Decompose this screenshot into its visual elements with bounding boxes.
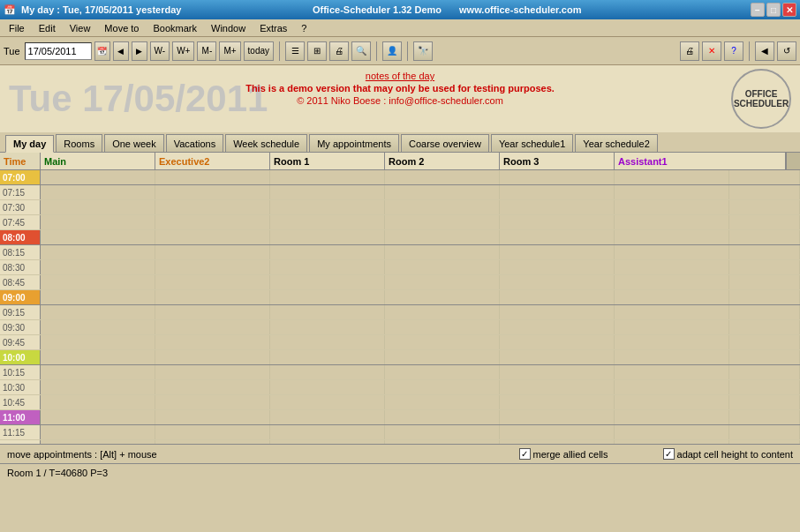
week-plus-button[interactable]: W+ [172,41,194,61]
data-cell[interactable] [615,410,729,424]
data-cell[interactable] [385,380,500,394]
data-cell[interactable] [155,410,270,424]
adapt-checkbox[interactable]: ✓ [663,448,675,460]
data-cell[interactable] [615,440,729,444]
data-cell[interactable] [41,200,155,214]
maximize-button[interactable]: □ [766,3,781,17]
data-cell[interactable] [41,305,155,319]
data-cell[interactable] [41,365,155,379]
data-cell[interactable] [270,215,385,229]
data-cell[interactable] [270,425,385,439]
data-cell-last[interactable] [729,200,800,214]
binoculars-button[interactable]: 🔭 [413,41,433,61]
data-cell[interactable] [41,350,155,364]
data-cell[interactable] [270,380,385,394]
menu-file[interactable]: File [4,22,30,34]
month-plus-button[interactable]: M+ [219,41,240,61]
data-cell[interactable] [155,185,270,199]
data-cell[interactable] [155,380,270,394]
data-cell[interactable] [385,440,500,444]
data-cell[interactable] [41,185,155,199]
data-cell[interactable] [385,365,500,379]
data-cell[interactable] [500,395,615,409]
menu-bookmark[interactable]: Bookmark [148,22,203,34]
data-cell[interactable] [270,260,385,274]
data-cell-last[interactable] [729,275,800,289]
prev-day-button[interactable]: ◀ [113,41,129,61]
list-view-button[interactable]: ☰ [285,41,305,61]
data-cell[interactable] [41,275,155,289]
data-cell[interactable] [41,335,155,349]
data-cell[interactable] [270,230,385,244]
data-cell[interactable] [155,170,270,184]
data-cell-last[interactable] [729,320,800,334]
data-cell[interactable] [155,245,270,259]
tab-vacations[interactable]: Vacations [166,134,224,152]
data-cell-last[interactable] [729,260,800,274]
minimize-button[interactable]: − [751,3,765,17]
data-cell[interactable] [500,410,615,424]
print-icon[interactable]: 🖨 [329,41,349,61]
data-cell[interactable] [385,425,500,439]
data-cell-last[interactable] [729,170,800,184]
data-cell[interactable] [270,200,385,214]
data-cell[interactable] [270,365,385,379]
data-cell[interactable] [41,215,155,229]
data-cell[interactable] [615,320,729,334]
data-cell[interactable] [155,335,270,349]
tab-yearschedule2[interactable]: Year schedule2 [575,134,657,152]
tab-coarseoverview[interactable]: Coarse overview [401,134,489,152]
data-cell[interactable] [270,185,385,199]
data-cell[interactable] [500,275,615,289]
data-cell[interactable] [41,170,155,184]
data-cell[interactable] [615,425,729,439]
data-cell[interactable] [270,350,385,364]
data-cell-last[interactable] [729,290,800,304]
data-cell[interactable] [385,170,500,184]
data-cell-last[interactable] [729,230,800,244]
data-cell[interactable] [41,320,155,334]
data-cell-last[interactable] [729,335,800,349]
data-cell[interactable] [500,230,615,244]
data-cell[interactable] [385,215,500,229]
data-cell-last[interactable] [729,440,800,444]
data-cell[interactable] [615,260,729,274]
data-cell[interactable] [500,425,615,439]
help-button[interactable]: ? [724,41,743,61]
data-cell-last[interactable] [729,185,800,199]
data-cell[interactable] [500,185,615,199]
data-cell[interactable] [500,245,615,259]
data-cell[interactable] [615,335,729,349]
refresh-button[interactable]: ↺ [777,41,796,61]
data-cell[interactable] [41,245,155,259]
data-cell[interactable] [615,245,729,259]
data-cell[interactable] [615,230,729,244]
data-cell[interactable] [385,410,500,424]
data-cell-last[interactable] [729,215,800,229]
data-cell[interactable] [500,260,615,274]
data-cell[interactable] [500,320,615,334]
data-cell[interactable] [155,275,270,289]
data-cell[interactable] [41,395,155,409]
tab-myappointments[interactable]: My appointments [309,134,399,152]
data-cell[interactable] [385,245,500,259]
data-cell[interactable] [615,350,729,364]
data-cell[interactable] [385,200,500,214]
data-cell[interactable] [155,365,270,379]
data-cell[interactable] [385,290,500,304]
data-cell[interactable] [385,395,500,409]
data-cell[interactable] [385,320,500,334]
close-button[interactable]: ✕ [782,3,796,17]
data-cell[interactable] [500,200,615,214]
data-cell[interactable] [385,275,500,289]
data-cell[interactable] [155,200,270,214]
tab-yearschedule1[interactable]: Year schedule1 [491,134,573,152]
data-cell[interactable] [615,380,729,394]
data-cell[interactable] [385,350,500,364]
data-cell[interactable] [385,260,500,274]
data-cell[interactable] [41,290,155,304]
menu-view[interactable]: View [64,22,96,34]
data-cell[interactable] [155,425,270,439]
grid-view-button[interactable]: ⊞ [307,41,327,61]
data-cell[interactable] [615,170,729,184]
